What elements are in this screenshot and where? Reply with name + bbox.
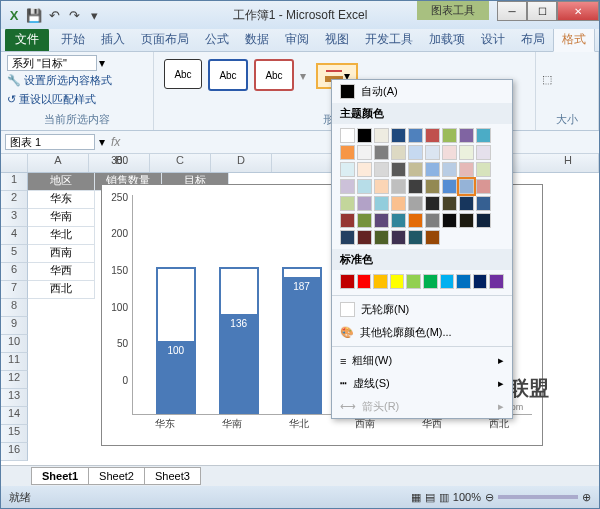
color-swatch[interactable] [442, 179, 457, 194]
color-swatch[interactable] [408, 230, 423, 245]
current-selection-dropdown[interactable] [7, 55, 97, 71]
color-swatch[interactable] [374, 230, 389, 245]
color-swatch[interactable] [476, 128, 491, 143]
color-swatch[interactable] [391, 213, 406, 228]
save-icon[interactable]: 💾 [25, 6, 43, 24]
color-swatch[interactable] [442, 213, 457, 228]
cell[interactable]: 华西 [28, 263, 95, 281]
color-swatch[interactable] [425, 128, 440, 143]
color-swatch[interactable] [340, 179, 355, 194]
row-header[interactable]: 5 [1, 245, 28, 263]
color-swatch[interactable] [442, 128, 457, 143]
col-header[interactable]: C [150, 154, 211, 172]
tab-developer[interactable]: 开发工具 [357, 28, 421, 51]
color-swatch[interactable] [357, 213, 372, 228]
tab-home[interactable]: 开始 [53, 28, 93, 51]
color-swatch[interactable] [406, 274, 421, 289]
excel-icon[interactable]: X [5, 6, 23, 24]
tab-chart-format[interactable]: 格式 [553, 27, 595, 52]
color-swatch[interactable] [408, 162, 423, 177]
close-button[interactable]: ✕ [557, 1, 599, 21]
weight-submenu[interactable]: ≡粗细(W)▸ [332, 349, 512, 372]
color-swatch[interactable] [391, 179, 406, 194]
sheet-tab[interactable]: Sheet1 [31, 467, 89, 485]
row-header[interactable]: 10 [1, 335, 28, 353]
format-selection-button[interactable]: 🔧设置所选内容格式 [7, 71, 147, 90]
tab-file[interactable]: 文件 [5, 28, 49, 51]
tab-view[interactable]: 视图 [317, 28, 357, 51]
cell[interactable]: 西南 [28, 245, 95, 263]
tab-data[interactable]: 数据 [237, 28, 277, 51]
color-swatch[interactable] [456, 274, 471, 289]
color-swatch[interactable] [473, 274, 488, 289]
color-swatch[interactable] [340, 230, 355, 245]
color-swatch[interactable] [459, 196, 474, 211]
zoom-level[interactable]: 100% [453, 491, 481, 503]
cell[interactable]: 华北 [28, 227, 95, 245]
col-header[interactable]: D [211, 154, 272, 172]
tab-page-layout[interactable]: 页面布局 [133, 28, 197, 51]
color-swatch[interactable] [357, 274, 372, 289]
bar-sales[interactable]: 136 [219, 314, 259, 414]
more-colors-item[interactable]: 🎨其他轮廓颜色(M)... [332, 321, 512, 344]
shape-style-2[interactable]: Abc [208, 59, 248, 91]
color-swatch[interactable] [374, 196, 389, 211]
color-swatch[interactable] [340, 274, 355, 289]
view-normal-icon[interactable]: ▦ [411, 491, 421, 504]
color-swatch[interactable] [357, 230, 372, 245]
size-controls[interactable]: ⬚ [542, 55, 592, 86]
color-swatch[interactable] [476, 179, 491, 194]
color-swatch[interactable] [340, 196, 355, 211]
color-swatch[interactable] [425, 230, 440, 245]
color-swatch[interactable] [391, 128, 406, 143]
color-swatch[interactable] [440, 274, 455, 289]
color-swatch[interactable] [425, 162, 440, 177]
color-swatch[interactable] [442, 196, 457, 211]
cell[interactable]: 西北 [28, 281, 95, 299]
minimize-button[interactable]: ─ [497, 1, 527, 21]
row-header[interactable]: 6 [1, 263, 28, 281]
color-swatch[interactable] [340, 213, 355, 228]
col-header[interactable]: A [28, 154, 89, 172]
redo-icon[interactable]: ↷ [65, 6, 83, 24]
color-swatch[interactable] [408, 179, 423, 194]
qat-more-icon[interactable]: ▾ [85, 6, 103, 24]
color-swatch[interactable] [425, 196, 440, 211]
fx-icon[interactable]: fx [105, 135, 126, 149]
color-swatch[interactable] [459, 145, 474, 160]
color-swatch[interactable] [459, 162, 474, 177]
row-header[interactable]: 15 [1, 425, 28, 443]
color-swatch[interactable] [459, 213, 474, 228]
color-swatch[interactable] [391, 196, 406, 211]
cell[interactable]: 华南 [28, 209, 95, 227]
color-swatch[interactable] [459, 128, 474, 143]
color-swatch[interactable] [408, 213, 423, 228]
color-swatch[interactable] [423, 274, 438, 289]
row-header[interactable]: 11 [1, 353, 28, 371]
color-swatch[interactable] [374, 128, 389, 143]
cell[interactable]: 华东 [28, 191, 95, 209]
zoom-in-button[interactable]: ⊕ [582, 491, 591, 504]
bar-sales[interactable]: 187 [282, 277, 322, 414]
row-header[interactable]: 16 [1, 443, 28, 461]
color-swatch[interactable] [476, 145, 491, 160]
color-swatch[interactable] [357, 196, 372, 211]
name-box[interactable] [5, 134, 95, 150]
color-swatch[interactable] [357, 128, 372, 143]
row-header[interactable]: 2 [1, 191, 28, 209]
undo-icon[interactable]: ↶ [45, 6, 63, 24]
zoom-slider[interactable] [498, 495, 578, 499]
bar-sales[interactable]: 100 [156, 341, 196, 414]
row-header[interactable]: 7 [1, 281, 28, 299]
reset-style-button[interactable]: ↺重设以匹配样式 [7, 90, 147, 109]
col-header[interactable]: H [538, 154, 599, 172]
sheet-tab[interactable]: Sheet3 [144, 467, 201, 485]
color-swatch[interactable] [357, 145, 372, 160]
cell[interactable]: 地区 [28, 173, 95, 191]
color-swatch[interactable] [425, 145, 440, 160]
color-swatch[interactable] [390, 274, 405, 289]
row-header[interactable]: 4 [1, 227, 28, 245]
tab-addins[interactable]: 加载项 [421, 28, 473, 51]
color-swatch[interactable] [391, 162, 406, 177]
color-swatch[interactable] [357, 179, 372, 194]
